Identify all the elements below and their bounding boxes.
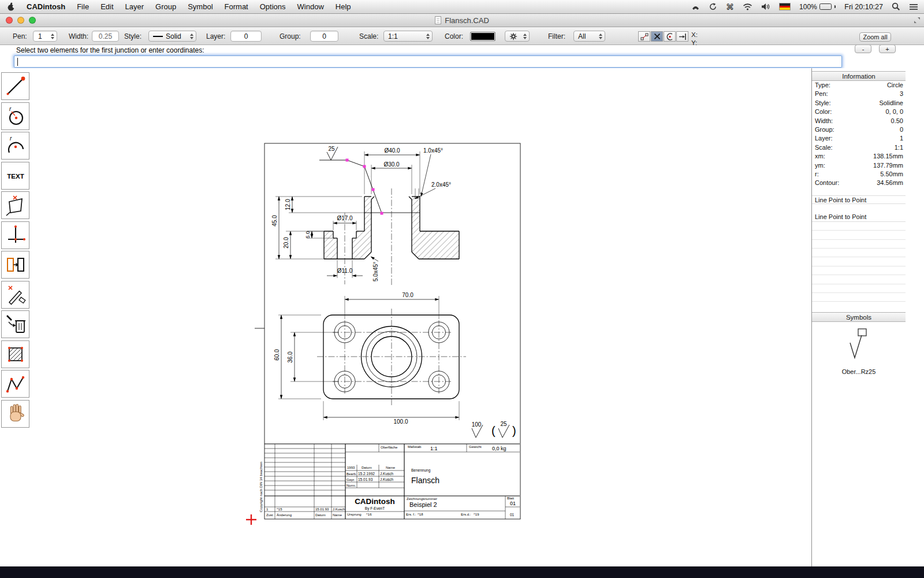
menu-layer[interactable]: Layer bbox=[120, 2, 150, 11]
fullscreen-icon[interactable] bbox=[914, 17, 921, 25]
information-panel-header: Information bbox=[812, 71, 906, 81]
sync-icon[interactable] bbox=[709, 2, 717, 11]
symbol-preview[interactable] bbox=[812, 328, 906, 364]
info-row-width: Width:0.50 bbox=[812, 117, 906, 125]
delete-tool-icon bbox=[4, 313, 27, 336]
color-swatch[interactable] bbox=[470, 32, 495, 41]
gear-icon bbox=[509, 32, 517, 40]
select-arrows-icon bbox=[426, 34, 430, 39]
menu-file[interactable]: File bbox=[71, 2, 95, 11]
surface-25: 25 bbox=[500, 421, 507, 427]
polyline-tool-button[interactable] bbox=[1, 370, 29, 398]
select-arrows-icon bbox=[599, 34, 602, 39]
pan-hand-icon bbox=[4, 402, 27, 425]
tb-part-name: Flansch bbox=[411, 476, 439, 485]
call-icon[interactable] bbox=[691, 3, 700, 11]
close-button[interactable] bbox=[6, 17, 13, 24]
notification-list-icon[interactable] bbox=[909, 3, 918, 10]
tb-blatt2: 01 bbox=[510, 513, 515, 517]
style-select[interactable]: Solid bbox=[148, 31, 196, 42]
arc-tool-button[interactable]: r bbox=[1, 132, 29, 160]
tb-gewicht: 0,0 kg bbox=[492, 446, 506, 451]
titlebar[interactable]: Flansch.CAD bbox=[0, 14, 924, 27]
wifi-icon[interactable] bbox=[743, 3, 752, 10]
paren-close: ) bbox=[512, 424, 516, 437]
keyboard-icon[interactable]: ⌘ bbox=[726, 2, 734, 12]
zoom-out-button[interactable]: - bbox=[855, 45, 871, 53]
volume-icon[interactable] bbox=[761, 3, 770, 10]
tool-palette: r r TEXT bbox=[1, 72, 30, 429]
title-block: Oberfläche Maßstab 1:1 Gewicht 0,0 kg 19… bbox=[259, 444, 520, 519]
group-field[interactable]: 0 bbox=[310, 31, 338, 42]
cadintosh-window: Flansch.CAD Pen: 1 Width: 0.25 Style: So… bbox=[0, 14, 924, 566]
tb-copyright: Copyright nach DIN 34 beachten bbox=[259, 462, 263, 512]
settings-select[interactable] bbox=[505, 31, 530, 42]
menubar-clock[interactable]: Fri 20:10:27 bbox=[844, 3, 883, 11]
zoom-in-button[interactable]: + bbox=[879, 45, 896, 53]
width-field[interactable]: 0.25 bbox=[92, 31, 119, 42]
workspace: Ø40.0 1.0x45° Ø30.0 2.0x45° 12.0 45.0 20… bbox=[0, 68, 924, 566]
polyline-tool-icon bbox=[4, 372, 27, 395]
hatch-tool-button[interactable] bbox=[1, 340, 29, 368]
menu-edit[interactable]: Edit bbox=[95, 2, 119, 11]
pen-stepper[interactable]: 1 bbox=[33, 31, 57, 42]
menu-window[interactable]: Window bbox=[292, 2, 330, 11]
menu-group[interactable]: Group bbox=[150, 2, 182, 11]
apple-menu[interactable] bbox=[0, 2, 21, 12]
battery-percent: 100% bbox=[799, 3, 817, 11]
tb-zust: Zust bbox=[266, 513, 273, 517]
tb-gewicht-label: Gewicht bbox=[469, 445, 482, 449]
minimize-button[interactable] bbox=[17, 17, 24, 24]
tb-year: 1993 bbox=[347, 466, 355, 469]
app-menu[interactable]: CADintosh bbox=[21, 2, 71, 11]
scale-select[interactable]: 1:1 bbox=[383, 31, 433, 42]
spotlight-search-icon[interactable] bbox=[892, 2, 900, 11]
text-caret bbox=[17, 58, 18, 66]
traffic-lights bbox=[6, 17, 36, 24]
surface-value: 25 bbox=[328, 146, 335, 152]
symbols-panel-header: Symbols bbox=[812, 312, 906, 322]
cad-canvas[interactable]: Ø40.0 1.0x45° Ø30.0 2.0x45° 12.0 45.0 20… bbox=[0, 68, 811, 566]
history-item[interactable]: Line Point to Point bbox=[812, 213, 906, 221]
battery-indicator[interactable]: 100% bbox=[799, 3, 836, 11]
junction-direction-toggle[interactable] bbox=[676, 31, 688, 42]
menu-options[interactable]: Options bbox=[254, 2, 292, 11]
pan-tool-button[interactable] bbox=[1, 400, 29, 428]
edit-tool-icon bbox=[4, 283, 27, 306]
svg-text:r: r bbox=[10, 135, 12, 142]
menu-help[interactable]: Help bbox=[330, 2, 357, 11]
zoom-button[interactable] bbox=[29, 17, 36, 24]
delete-tool-button[interactable] bbox=[1, 310, 29, 338]
select-arrows-icon bbox=[523, 34, 527, 39]
axis-tool-button[interactable] bbox=[1, 221, 29, 249]
document-icon bbox=[435, 16, 441, 24]
copy-tool-icon bbox=[4, 253, 27, 276]
circle-tool-button[interactable]: r bbox=[1, 102, 29, 130]
keyboard-layout-flag-de[interactable] bbox=[779, 3, 791, 10]
layer-field[interactable]: 0 bbox=[230, 31, 262, 42]
junction-circle-toggle[interactable] bbox=[664, 31, 676, 42]
tb-gepr: Gepr. bbox=[346, 478, 355, 481]
history-item[interactable]: Line Point to Point bbox=[812, 195, 906, 204]
dim-w100: 100.0 bbox=[393, 418, 408, 425]
circle-snap-icon bbox=[665, 32, 675, 41]
dimension-tool-button[interactable] bbox=[1, 191, 29, 219]
tb-massstab: 1:1 bbox=[430, 446, 438, 451]
menu-symbol[interactable]: Symbol bbox=[182, 2, 218, 11]
junction-delete-toggle[interactable] bbox=[651, 31, 663, 42]
text-tool-icon: TEXT bbox=[3, 164, 28, 187]
edit-tool-button[interactable] bbox=[1, 281, 29, 309]
apple-icon bbox=[7, 2, 15, 12]
zoom-all-button[interactable]: Zoom all bbox=[859, 32, 891, 42]
menu-format[interactable]: Format bbox=[219, 2, 254, 11]
text-tool-button[interactable]: TEXT bbox=[1, 162, 29, 190]
tb-rev-date: 15.01.93 bbox=[315, 507, 329, 511]
line-tool-button[interactable] bbox=[1, 72, 29, 100]
surface-marks-bottom: 100 ( 25 ) bbox=[472, 421, 516, 438]
symbol-label: Ober...Rz25 bbox=[812, 368, 906, 375]
filter-select[interactable]: All bbox=[573, 31, 605, 42]
dim-h45: 45.0 bbox=[271, 215, 278, 227]
command-input[interactable] bbox=[14, 55, 842, 68]
snap-points-toggle[interactable] bbox=[638, 31, 650, 42]
copy-tool-button[interactable] bbox=[1, 251, 29, 279]
